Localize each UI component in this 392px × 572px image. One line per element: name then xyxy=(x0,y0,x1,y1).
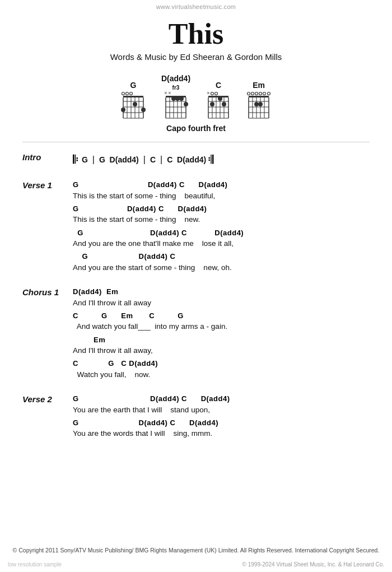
svg-rect-0 xyxy=(123,96,143,97)
svg-point-49 xyxy=(210,102,214,106)
svg-point-68 xyxy=(254,102,259,106)
svg-point-47 xyxy=(215,92,218,95)
intro-section: Intro 𝄆 G | G D(add4) | C | C D(add4) 𝄇 xyxy=(22,151,370,168)
chord-diagram-Dadd4: D(add4) fr3 × × xyxy=(161,74,190,119)
svg-point-48 xyxy=(218,96,222,101)
svg-point-15 xyxy=(121,108,125,112)
svg-text:×: × xyxy=(168,91,171,96)
chorus1-lyric-line-4: Watch you fall, now. xyxy=(73,369,370,380)
verse2-body: G D(add4) C D(add4) You are the earth th… xyxy=(73,393,370,441)
svg-text:×: × xyxy=(207,91,209,96)
chorus1-body: D(add4) Em And I'll throw it all away C … xyxy=(73,286,370,382)
chorus1-chord-line-2: C G Em C G xyxy=(73,310,370,322)
chorus1-chord-line-4: C G C D(add4) xyxy=(73,358,370,369)
svg-point-13 xyxy=(129,92,132,95)
song-title: This xyxy=(0,18,392,50)
chorus1-lyric-line-2: And watch you fall___ into my arms a - g… xyxy=(73,321,370,332)
verse1-lyric-line-2: This is the start of some - thing new. xyxy=(73,214,370,225)
footer-right-text: © 1999-2024 Virtual Sheet Music, Inc. & … xyxy=(242,561,384,568)
verse2-section: Verse 2 G D(add4) C D(add4) You are the … xyxy=(22,393,370,441)
verse1-chord-line-4: G D(add4) C xyxy=(73,251,370,262)
bar-sep-3: | xyxy=(160,153,162,166)
intro-chord-G: G xyxy=(80,154,88,166)
svg-point-65 xyxy=(259,92,262,95)
svg-point-63 xyxy=(251,92,254,95)
capo-text: Capo fourth fret xyxy=(0,124,392,133)
svg-point-32 xyxy=(179,96,184,101)
bar-sep-1: | xyxy=(92,153,95,166)
chord-diagram-G: G xyxy=(121,81,146,119)
svg-point-31 xyxy=(175,96,180,101)
chorus1-lyric-line-3: And I'll throw it all away, xyxy=(73,345,370,356)
chord-label-Em: Em xyxy=(253,81,265,90)
section-label-intro: Intro xyxy=(22,151,73,162)
chorus1-chord-line-3: Em xyxy=(73,334,370,346)
svg-point-33 xyxy=(184,102,188,106)
section-label-verse1: Verse 1 xyxy=(22,179,73,190)
chord-label-C: C xyxy=(216,81,221,90)
svg-point-64 xyxy=(255,92,258,95)
watermark: www.virtualsheetmusic.com xyxy=(0,0,392,12)
verse2-chord-line-2: G D(add4) C D(add4) xyxy=(73,417,370,429)
chord-diagram-Em: Em xyxy=(246,81,271,119)
low-res-label: low resolution sample xyxy=(8,561,62,568)
svg-point-11 xyxy=(122,92,124,95)
intro-chord-GDadd4: G D(add4) xyxy=(99,154,139,166)
svg-point-67 xyxy=(268,92,270,95)
subtitle: Words & Music by Ed Sheeran & Gordon Mil… xyxy=(0,52,392,62)
chord-label-G: G xyxy=(130,81,136,90)
svg-point-30 xyxy=(171,96,176,101)
repeat-start-symbol: 𝄆 xyxy=(73,151,78,168)
intro-chord-CDadd4: C D(add4) xyxy=(167,154,206,166)
chorus1-section: Chorus 1 D(add4) Em And I'll throw it al… xyxy=(22,286,370,382)
verse1-lyric-line-3: And you are the one that'll make me lose… xyxy=(73,238,370,249)
svg-point-62 xyxy=(248,92,250,95)
svg-point-12 xyxy=(125,92,128,95)
verse2-chord-line-1: G D(add4) C D(add4) xyxy=(73,393,370,404)
copyright: © Copyright 2011 Sony/ATV Music Publishi… xyxy=(0,546,392,555)
sheet-content: Intro 𝄆 G | G D(add4) | C | C D(add4) 𝄇 … xyxy=(0,151,392,441)
chorus1-lyric-line-1: And I'll throw it all away xyxy=(73,297,370,309)
svg-point-50 xyxy=(222,102,226,106)
svg-point-69 xyxy=(258,102,263,106)
verse2-lyric-line-2: You are the words that I will sing, mmm. xyxy=(73,428,370,439)
svg-point-14 xyxy=(133,102,137,106)
title-section: This Words & Music by Ed Sheeran & Gordo… xyxy=(0,12,392,64)
verse1-lyric-line-4: And you are the start of some - thing ne… xyxy=(73,262,370,273)
section-label-chorus1: Chorus 1 xyxy=(22,286,73,297)
verse1-section: Verse 1 G D(add4) C D(add4) This is the … xyxy=(22,179,370,275)
svg-point-66 xyxy=(263,92,266,95)
svg-text:×: × xyxy=(164,91,167,96)
verse2-lyric-line-1: You are the earth that I will stand upon… xyxy=(73,404,370,416)
chord-diagrams: G D(add4) fr3 xyxy=(0,74,392,119)
section-label-verse2: Verse 2 xyxy=(22,393,73,404)
repeat-end-symbol: 𝄇 xyxy=(208,151,213,168)
divider xyxy=(22,142,370,142)
svg-rect-51 xyxy=(249,96,269,97)
intro-line: 𝄆 G | G D(add4) | C | C D(add4) 𝄇 xyxy=(73,151,370,168)
footer-bottom: low resolution sample © 1999-2024 Virtua… xyxy=(0,561,392,568)
verse1-lyric-line-1: This is the start of some - thing beauti… xyxy=(73,190,370,202)
bar-sep-2: | xyxy=(143,153,146,166)
svg-point-16 xyxy=(141,108,146,112)
intro-chord-C: C xyxy=(150,154,156,166)
svg-point-46 xyxy=(211,92,214,95)
verse1-chord-line-1: G D(add4) C D(add4) xyxy=(73,179,370,190)
chord-label-Dadd4: D(add4) xyxy=(161,74,190,83)
verse1-chord-line-2: G D(add4) C D(add4) xyxy=(73,203,370,215)
intro-body: 𝄆 G | G D(add4) | C | C D(add4) 𝄇 xyxy=(73,151,370,168)
verse1-body: G D(add4) C D(add4) This is the start of… xyxy=(73,179,370,275)
verse1-chord-line-3: G D(add4) C D(add4) xyxy=(73,227,370,239)
chorus1-chord-line-1: D(add4) Em xyxy=(73,286,370,297)
chord-diagram-C: C × xyxy=(206,81,231,119)
